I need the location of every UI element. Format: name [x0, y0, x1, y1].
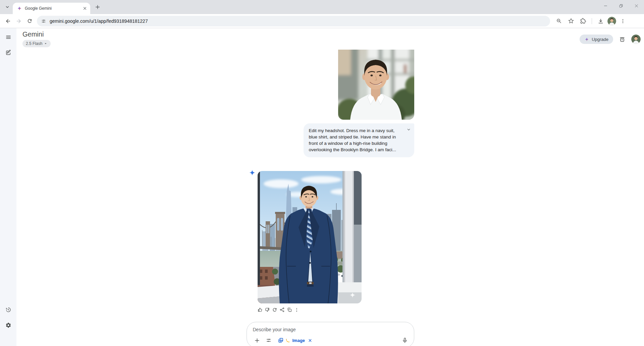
browser-toolbar: [0, 14, 644, 28]
regenerate-button[interactable]: [271, 306, 278, 313]
close-icon: [308, 338, 312, 343]
forward-arrow-icon: [16, 18, 22, 24]
url-bar[interactable]: [37, 16, 550, 26]
reload-icon: [27, 18, 33, 24]
gear-icon: [5, 322, 11, 328]
new-chat-button[interactable]: [3, 47, 14, 58]
zoom-button[interactable]: [553, 16, 564, 26]
download-icon: [598, 18, 604, 24]
thumbs-up-icon: [257, 307, 263, 312]
app-title: Gemini: [22, 30, 51, 38]
account-photo: [631, 35, 641, 44]
star-icon: [568, 18, 574, 24]
toolbar-right: [553, 16, 628, 26]
model-selector[interactable]: 2.5 Flash: [22, 40, 51, 47]
forward-button[interactable]: [13, 16, 24, 26]
reload-button[interactable]: [24, 16, 35, 26]
composer-toolbar: Image: [253, 336, 409, 345]
gemini-app: Gemini 2.5 Flash Upgrade: [0, 28, 644, 346]
share-icon: [279, 307, 285, 312]
user-turn: Edit my headshot. Dress me in a navy sui…: [247, 45, 414, 157]
tab-search-button[interactable]: [3, 2, 12, 12]
more-vert-icon: [294, 307, 299, 312]
sparkle-icon: [584, 37, 589, 42]
generated-image[interactable]: [258, 171, 362, 303]
more-options-button[interactable]: [293, 306, 300, 313]
archive-button[interactable]: [617, 34, 627, 44]
header-right: Upgrade: [580, 34, 641, 44]
redo-icon: [272, 307, 277, 312]
plus-icon: [95, 4, 100, 10]
headshot-photo: [338, 45, 414, 120]
back-button[interactable]: [3, 16, 13, 26]
image-tool-chip[interactable]: Image: [277, 337, 314, 343]
add-attachment-button[interactable]: [253, 336, 262, 345]
main-menu-button[interactable]: [3, 32, 14, 43]
user-uploaded-headshot-image[interactable]: [338, 45, 414, 120]
tune-icon: [266, 337, 272, 343]
downloads-button[interactable]: [595, 16, 606, 26]
zoom-out-magnifier-icon: [556, 18, 562, 24]
extensions-button[interactable]: [578, 16, 588, 26]
browser-menu-button[interactable]: [618, 16, 628, 26]
chevron-down-icon: [407, 127, 411, 132]
close-icon: [83, 6, 87, 10]
new-chat-icon: [5, 50, 11, 56]
chevron-down-icon: [5, 5, 10, 9]
conversation-area: Edit my headshot. Dress me in a navy sui…: [16, 28, 644, 346]
more-vert-icon: [620, 18, 626, 24]
browser-profile-avatar[interactable]: [607, 17, 616, 25]
restore-button[interactable]: [613, 0, 629, 11]
tab-title: Google Gemini: [25, 6, 79, 11]
user-message-bubble: Edit my headshot. Dress me in a navy sui…: [304, 123, 414, 157]
window-controls: [598, 0, 644, 11]
brand: Gemini 2.5 Flash: [22, 30, 51, 47]
prompt-composer[interactable]: Image: [247, 322, 414, 346]
microphone-button[interactable]: [400, 336, 409, 345]
upgrade-label: Upgrade: [592, 37, 608, 42]
new-tab-button[interactable]: [93, 2, 102, 12]
app-header: Gemini 2.5 Flash Upgrade: [16, 28, 644, 50]
upgrade-button[interactable]: Upgrade: [580, 35, 613, 44]
url-input[interactable]: [50, 18, 546, 24]
close-window-button[interactable]: [629, 0, 644, 11]
history-icon: [5, 307, 11, 313]
thumbs-down-button[interactable]: [264, 306, 271, 313]
hamburger-icon: [5, 34, 11, 40]
remove-image-tool-button[interactable]: [307, 337, 313, 343]
model-label: 2.5 Flash: [26, 41, 42, 46]
user-message-text: Edit my headshot. Dress me in a navy sui…: [309, 128, 396, 152]
copy-icon: [287, 307, 292, 312]
extensions-puzzle-icon: [580, 18, 586, 24]
gemini-sparkle-icon: [249, 169, 256, 176]
tools-button[interactable]: [264, 336, 273, 345]
thumbs-down-icon: [265, 307, 270, 312]
generated-photo: [258, 171, 362, 303]
minimize-icon: [603, 4, 608, 8]
model-turn: [247, 171, 414, 303]
share-button[interactable]: [279, 306, 285, 313]
settings-button[interactable]: [3, 320, 14, 331]
bookmark-button[interactable]: [566, 16, 576, 26]
image-chip-label: Image: [292, 338, 305, 343]
prompt-input[interactable]: [253, 327, 409, 332]
copy-button[interactable]: [286, 306, 293, 313]
restore-icon: [619, 4, 623, 8]
expand-message-button[interactable]: [406, 126, 412, 133]
toolbar-divider: [592, 18, 592, 24]
browser-window: Google Gemini: [0, 0, 644, 346]
plus-icon: [254, 337, 260, 344]
thumbs-up-button[interactable]: [257, 306, 263, 313]
response-actions: [257, 306, 414, 313]
browser-tab[interactable]: Google Gemini: [13, 3, 90, 14]
site-settings-icon: [41, 18, 46, 24]
sidebar: [0, 28, 16, 346]
close-icon: [634, 4, 639, 8]
history-button[interactable]: [3, 304, 14, 315]
archive-box-icon: [619, 36, 626, 43]
account-avatar[interactable]: [631, 35, 641, 44]
minimize-button[interactable]: [598, 0, 613, 11]
image-stack-icon: [278, 337, 284, 343]
tab-close-button[interactable]: [82, 6, 88, 11]
back-arrow-icon: [5, 18, 11, 24]
